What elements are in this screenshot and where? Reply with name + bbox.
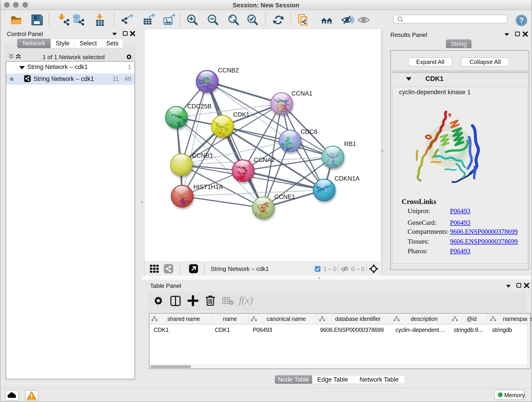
svg-text:CCNB2: CCNB2 <box>218 67 239 74</box>
svg-text:CDC6: CDC6 <box>301 128 317 135</box>
svg-text:CDC25B: CDC25B <box>187 103 212 110</box>
svg-text:CDKN1A: CDKN1A <box>335 175 360 182</box>
svg-text:RB1: RB1 <box>344 140 356 147</box>
svg-text:?: ? <box>519 16 524 25</box>
svg-text:CCNA2: CCNA2 <box>254 157 275 163</box>
svg-text:CDK1: CDK1 <box>233 111 249 118</box>
svg-text:CCNB1: CCNB1 <box>192 152 213 159</box>
svg-text:CCNE1: CCNE1 <box>274 193 295 200</box>
svg-text:CCNA1: CCNA1 <box>291 90 312 97</box>
svg-text:HIST1H1A: HIST1H1A <box>193 184 223 191</box>
